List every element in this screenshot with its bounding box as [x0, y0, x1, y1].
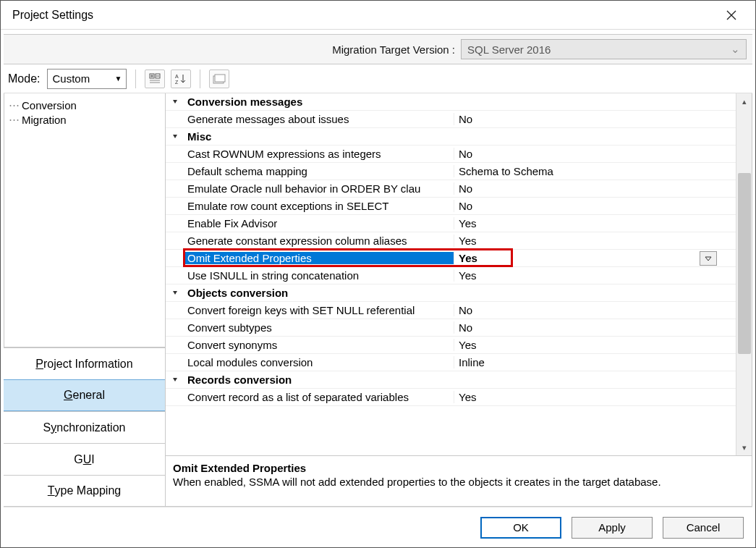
property-value[interactable]: No	[454, 321, 736, 334]
dialog-button-row: OK Apply Cancel	[4, 507, 752, 547]
property-group-header[interactable]: Misc	[166, 128, 736, 146]
collapse-icon[interactable]	[166, 130, 184, 143]
ok-button[interactable]: OK	[480, 517, 561, 539]
window-title: Project Settings	[12, 9, 93, 22]
property-value[interactable]: No	[454, 200, 736, 212]
property-value[interactable]: No	[454, 182, 736, 195]
property-label: Use ISNULL in string concatenation	[184, 269, 454, 282]
mode-toolbar: Mode: Custom ▼ A Z	[4, 64, 752, 93]
property-value[interactable]: Yes	[454, 251, 736, 266]
property-label: Convert synonyms	[184, 339, 454, 351]
property-group-header[interactable]: Objects conversion	[166, 284, 736, 302]
property-row[interactable]: Emulate row count exceptions in SELECTNo	[166, 198, 736, 215]
close-button[interactable]	[715, 1, 748, 29]
collapse-icon[interactable]	[166, 374, 184, 386]
property-row[interactable]: Convert subtypesNo	[166, 319, 736, 337]
property-label: Emulate Oracle null behavior in ORDER BY…	[184, 182, 454, 195]
property-row[interactable]: Convert foreign keys with SET NULL refer…	[166, 302, 736, 319]
toolbar-separator	[200, 69, 200, 88]
property-row[interactable]: Convert synonymsYes	[166, 337, 736, 354]
mode-dropdown[interactable]: Custom ▼	[47, 69, 127, 89]
property-label: Local modules conversion	[184, 356, 454, 368]
mode-label: Mode:	[8, 72, 41, 85]
scroll-thumb[interactable]	[738, 173, 751, 354]
property-row[interactable]: Emulate Oracle null behavior in ORDER BY…	[166, 180, 736, 198]
category-tree: ⋯ Conversion ⋯ Migration	[4, 93, 165, 347]
collapse-icon[interactable]	[166, 96, 184, 108]
caret-down-icon: ▼	[115, 75, 122, 83]
migration-target-dropdown[interactable]: SQL Server 2016 ⌄	[461, 39, 747, 59]
property-value[interactable]: No	[454, 148, 736, 160]
property-value[interactable]: No	[454, 113, 736, 125]
left-tab[interactable]: Project Information	[4, 347, 165, 379]
left-tab[interactable]: GUI	[4, 443, 165, 475]
migration-target-value: SQL Server 2016	[467, 43, 551, 56]
right-pane: Conversion messagesGenerate messages abo…	[166, 93, 752, 507]
property-row[interactable]: Use ISNULL in string concatenationYes	[166, 267, 736, 284]
tree-item-label: Migration	[22, 114, 67, 126]
categorized-icon	[149, 73, 161, 85]
body: ⋯ Conversion ⋯ Migration Project Informa…	[4, 93, 752, 507]
titlebar: Project Settings	[1, 1, 755, 30]
collapse-icon[interactable]	[166, 287, 184, 299]
mode-value: Custom	[52, 72, 90, 85]
left-tab[interactable]: General	[4, 379, 165, 411]
property-row[interactable]: Local modules conversionInline	[166, 354, 736, 371]
property-value[interactable]: Yes	[454, 235, 736, 247]
svg-text:Z: Z	[175, 80, 179, 85]
description-panel: Omit Extended Properties When enabled, S…	[166, 456, 752, 507]
tree-item-conversion[interactable]: ⋯ Conversion	[9, 98, 161, 112]
migration-target-label: Migration Target Version :	[332, 43, 455, 56]
property-row[interactable]: Cast ROWNUM expressions as integersNo	[166, 146, 736, 163]
property-value[interactable]: Yes	[454, 339, 736, 351]
scroll-up-arrow-icon[interactable]: ▴	[736, 93, 752, 109]
chevron-down-icon: ⌄	[731, 43, 740, 56]
property-row[interactable]: Convert record as a list of separated va…	[166, 389, 736, 406]
property-label: Emulate row count exceptions in SELECT	[184, 200, 454, 212]
property-value[interactable]: Yes	[454, 391, 736, 403]
property-row[interactable]: Generate constant expression column alia…	[166, 232, 736, 250]
property-label: Omit Extended Properties	[184, 252, 454, 264]
property-value[interactable]: Schema to Schema	[454, 165, 736, 177]
migration-target-bar: Migration Target Version : SQL Server 20…	[4, 34, 752, 64]
property-label: Generate messages about issues	[184, 113, 454, 125]
apply-button[interactable]: Apply	[572, 517, 653, 539]
property-row[interactable]: Generate messages about issuesNo	[166, 111, 736, 128]
property-row[interactable]: Omit Extended PropertiesYes	[166, 250, 736, 267]
property-label: Convert record as a list of separated va…	[184, 391, 454, 403]
close-icon	[726, 10, 736, 20]
project-settings-window: Project Settings Migration Target Versio…	[0, 0, 756, 548]
property-value[interactable]: Inline	[454, 356, 736, 368]
property-label: Conversion messages	[184, 96, 736, 108]
property-label: Objects conversion	[184, 287, 736, 299]
toolbar-separator	[135, 69, 136, 88]
svg-rect-5	[215, 75, 225, 82]
alphabetical-sort-button[interactable]: A Z	[171, 69, 191, 88]
svg-text:A: A	[175, 74, 179, 79]
left-tab[interactable]: Synchronization	[4, 411, 165, 443]
value-dropdown-button[interactable]	[700, 251, 717, 266]
property-value[interactable]: Yes	[454, 217, 736, 229]
property-label: Default schema mapping	[184, 165, 454, 177]
sort-az-icon: A Z	[175, 73, 187, 85]
property-group-header[interactable]: Records conversion	[166, 371, 736, 389]
description-title: Omit Extended Properties	[173, 462, 744, 474]
categorized-view-button[interactable]	[145, 69, 165, 88]
property-label: Records conversion	[184, 374, 736, 386]
property-group-header[interactable]: Conversion messages	[166, 93, 736, 111]
left-pane: ⋯ Conversion ⋯ Migration Project Informa…	[4, 93, 166, 507]
property-label: Enable Fix Advisor	[184, 217, 454, 229]
left-tab[interactable]: Type Mapping	[4, 475, 165, 507]
pages-icon	[213, 74, 226, 84]
property-value[interactable]: No	[454, 304, 736, 316]
property-row[interactable]: Default schema mappingSchema to Schema	[166, 163, 736, 180]
tree-item-migration[interactable]: ⋯ Migration	[9, 112, 161, 127]
property-label: Generate constant expression column alia…	[184, 235, 454, 247]
cancel-button[interactable]: Cancel	[663, 517, 744, 539]
scroll-down-arrow-icon[interactable]: ▾	[736, 439, 752, 455]
property-label: Convert subtypes	[184, 321, 454, 334]
property-row[interactable]: Enable Fix AdvisorYes	[166, 215, 736, 232]
property-value[interactable]: Yes	[454, 269, 736, 282]
vertical-scrollbar[interactable]: ▴ ▾	[736, 93, 752, 455]
property-pages-button[interactable]	[209, 69, 229, 88]
